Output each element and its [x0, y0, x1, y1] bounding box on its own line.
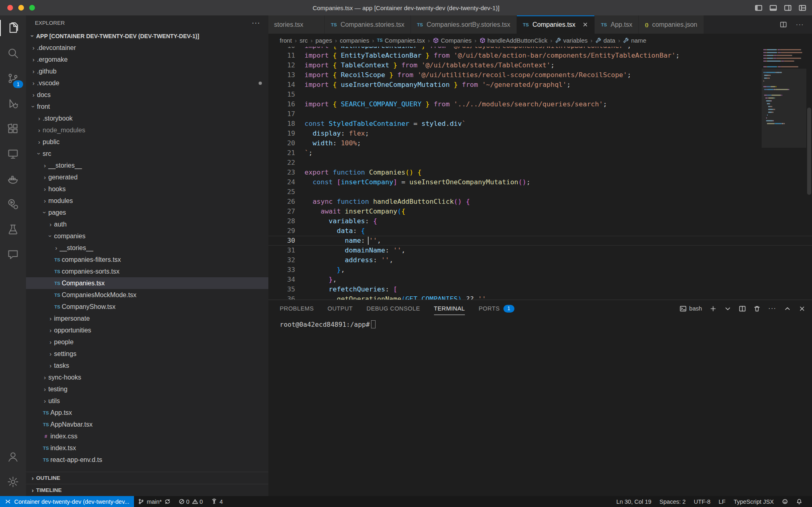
activity-docker-button[interactable] [0, 166, 26, 192]
tree-item-stories[interactable]: ›__stories__ [26, 242, 268, 254]
panel-tab-ports[interactable]: PORTS1 [479, 300, 514, 317]
tab-app-tsx[interactable]: TSApp.tsx [595, 15, 639, 34]
eol-item[interactable]: LF [715, 496, 730, 507]
code-editor[interactable]: 10import { WithTopBarContainer } from '@… [268, 47, 812, 300]
code-line-19[interactable]: 19 display: flex; [268, 129, 812, 138]
activity-comments-button[interactable] [0, 242, 26, 267]
tree-item-testing[interactable]: ›testing [26, 383, 268, 395]
encoding-item[interactable]: UTF-8 [690, 496, 715, 507]
breadcrumb-item-front[interactable]: front [280, 37, 292, 44]
tree-item-devcontainer[interactable]: ›.devcontainer [26, 42, 268, 54]
panel-tab-debug-console[interactable]: DEBUG CONSOLE [367, 300, 420, 317]
activity-explorer-button[interactable] [0, 15, 26, 41]
activity-run-debug-button[interactable] [0, 91, 26, 116]
panel-tab-output[interactable]: OUTPUT [328, 300, 353, 317]
code-line-33[interactable]: 33 }, [268, 265, 812, 275]
tree-item-public[interactable]: ›public [26, 136, 268, 148]
activity-source-control-button[interactable]: 1 [0, 66, 26, 91]
scrollbar-slider[interactable] [807, 108, 811, 195]
terminal-shell-picker[interactable]: bash [680, 305, 702, 312]
breadcrumb-item-name[interactable]: name [623, 37, 646, 44]
tree-item-companyshow-tsx[interactable]: TSCompanyShow.tsx [26, 301, 268, 313]
breadcrumb-item-handleaddbuttonclick[interactable]: handleAddButtonClick [479, 37, 548, 44]
zoom-button[interactable] [29, 5, 35, 11]
code-line-22[interactable]: 22 [268, 158, 812, 168]
tree-item-storybook[interactable]: ›.storybook [26, 112, 268, 124]
editor-more-actions-icon[interactable]: ··· [796, 21, 804, 29]
code-line-29[interactable]: 29 data: { [268, 226, 812, 236]
panel-tab-terminal[interactable]: TERMINAL [434, 300, 465, 317]
split-terminal-icon[interactable] [739, 305, 746, 312]
tree-item-auth[interactable]: ›auth [26, 218, 268, 230]
breadcrumb-item-pages[interactable]: pages [315, 37, 332, 44]
tree-item-sync-hooks[interactable]: ›sync-hooks [26, 371, 268, 383]
activity-extensions-button[interactable] [0, 116, 26, 141]
tree-item-vscode[interactable]: ›.vscode [26, 77, 268, 89]
notifications-item[interactable] [792, 496, 806, 507]
tree-item-settings[interactable]: ›settings [26, 348, 268, 360]
tree-item-react-app-env-d-ts[interactable]: TSreact-app-env.d.ts [26, 454, 268, 466]
kill-terminal-icon[interactable] [754, 305, 760, 312]
code-line-20[interactable]: 20 width: 100%; [268, 138, 812, 148]
minimize-button[interactable] [18, 5, 24, 11]
breadcrumb-item-companies[interactable]: companies [340, 37, 369, 44]
code-line-28[interactable]: 28 variables: { [268, 216, 812, 226]
code-line-23[interactable]: 23export function Companies() { [268, 168, 812, 177]
panel-tab-problems[interactable]: PROBLEMS [280, 300, 314, 317]
new-terminal-icon[interactable] [710, 305, 717, 312]
panel-more-actions-icon[interactable]: ··· [768, 304, 776, 313]
tree-item-src[interactable]: ›src [26, 148, 268, 160]
code-line-26[interactable]: 26 async function handleAddButtonClick()… [268, 197, 812, 207]
editor-scrollbar[interactable] [806, 47, 812, 300]
activity-search-button[interactable] [0, 41, 26, 66]
maximize-panel-icon[interactable] [784, 305, 791, 312]
feedback-item[interactable] [778, 496, 792, 507]
toggle-primary-sidebar-icon[interactable] [755, 4, 762, 12]
terminal-content[interactable]: root@0a42ecd84891:/app# [280, 320, 376, 328]
code-line-15[interactable]: 15 [268, 90, 812, 99]
code-line-36[interactable]: 36 getOperationName(GET_COMPANIES) ?? ''… [268, 294, 812, 300]
breadcrumb-item-companies-tsx[interactable]: TSCompanies.tsx [377, 37, 425, 44]
breadcrumb-item-data[interactable]: data [595, 37, 615, 44]
close-button[interactable] [7, 5, 13, 11]
customize-layout-icon[interactable] [799, 4, 806, 12]
minimap[interactable] [762, 47, 806, 300]
tree-item-companies-tsx[interactable]: TSCompanies.tsx [26, 277, 268, 289]
tree-item-companiesmockmode-tsx[interactable]: TSCompaniesMockMode.tsx [26, 289, 268, 301]
activity-settings-button[interactable] [0, 469, 26, 494]
tree-item-companies-sorts-tsx[interactable]: TScompanies-sorts.tsx [26, 265, 268, 277]
remote-indicator[interactable]: Container dev-twenty-dev (dev-twenty-dev… [0, 496, 134, 507]
code-line-13[interactable]: 13import { RecoilScope } from '@/ui/util… [268, 70, 812, 80]
tree-item-github[interactable]: ›.github [26, 65, 268, 77]
code-line-32[interactable]: 32 address: '', [268, 255, 812, 265]
tree-item-ergomake[interactable]: ›.ergomake [26, 54, 268, 65]
code-line-27[interactable]: 27 await insertCompany({ [268, 207, 812, 216]
code-line-31[interactable]: 31 domainName: '', [268, 246, 812, 255]
tree-item-hooks[interactable]: ›hooks [26, 183, 268, 195]
code-line-17[interactable]: 17 [268, 109, 812, 119]
tree-item-utils[interactable]: ›utils [26, 395, 268, 407]
activity-github-actions-button[interactable] [0, 192, 26, 217]
activity-test-explorer-button[interactable] [0, 217, 26, 242]
outline-section-header[interactable]: › OUTLINE [26, 472, 268, 484]
activity-accounts-button[interactable] [0, 444, 26, 469]
code-line-18[interactable]: 18const StyledTableContainer = styled.di… [268, 119, 812, 129]
tree-item-app-tsx[interactable]: TSApp.tsx [26, 407, 268, 419]
code-line-11[interactable]: 11import { EntityTableActionBar } from '… [268, 51, 812, 60]
code-line-25[interactable]: 25 [268, 187, 812, 197]
minimap-slider[interactable] [762, 69, 806, 148]
tab-companies-sortby-stories-tsx[interactable]: TSCompanies.sortBy.stories.tsx [411, 15, 517, 34]
project-section-header[interactable]: › APP [CONTAINER DEV-TWENTY-DEV (DEV-TWE… [26, 30, 268, 42]
tree-item-tasks[interactable]: ›tasks [26, 360, 268, 371]
tree-item-node-modules[interactable]: ›node_modules [26, 124, 268, 136]
git-branch-item[interactable]: main* [134, 496, 174, 507]
tree-item-people[interactable]: ›people [26, 336, 268, 348]
breadcrumb-item-variables[interactable]: variables [555, 37, 587, 44]
tree-item-companies[interactable]: ›companies [26, 230, 268, 242]
tree-item-appnavbar-tsx[interactable]: TSAppNavbar.tsx [26, 419, 268, 430]
language-mode-item[interactable]: TypeScript JSX [730, 496, 778, 507]
cursor-position-item[interactable]: Ln 30, Col 19 [612, 496, 655, 507]
code-line-16[interactable]: 16import { SEARCH_COMPANY_QUERY } from '… [268, 99, 812, 109]
split-editor-icon[interactable] [780, 21, 787, 28]
tree-item-companies-filters-tsx[interactable]: TScompanies-filters.tsx [26, 254, 268, 265]
